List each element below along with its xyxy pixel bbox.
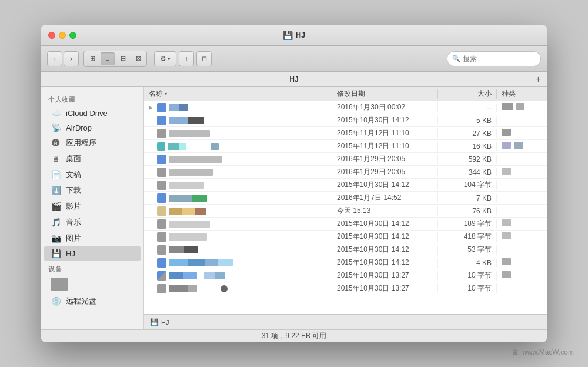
maximize-button[interactable] xyxy=(69,32,76,39)
table-row[interactable]: ▶ 2016年1月29日 20:05 344 KB xyxy=(144,166,547,179)
list-view-button[interactable]: ≡ xyxy=(101,52,115,65)
filename-blur xyxy=(169,272,239,279)
icloud-drive-icon: ☁️ xyxy=(51,108,61,118)
breadcrumb: HJ xyxy=(289,75,298,84)
sidebar-item-label: 音乐 xyxy=(66,217,81,228)
documents-icon: 📄 xyxy=(51,170,61,179)
pathbar-label: HJ xyxy=(161,319,169,326)
movies-icon: 🎬 xyxy=(51,202,61,211)
table-row[interactable]: ▶ 2015年10月30日 14:12 53 字节 xyxy=(144,243,547,256)
breadcrumb-bar: HJ + xyxy=(41,72,547,87)
file-icon xyxy=(157,181,166,190)
search-input[interactable] xyxy=(463,55,536,63)
column-view-button[interactable]: ⊟ xyxy=(116,52,130,65)
table-row[interactable]: ▶ 2015年10月30日 13:27 10 字节 xyxy=(144,282,547,295)
titlebar: 💾 HJ xyxy=(41,25,547,46)
file-icon xyxy=(157,129,166,138)
sidebar-item-pictures[interactable]: 📷 图片 xyxy=(44,231,141,246)
date-column-header[interactable]: 修改日期 xyxy=(332,89,438,99)
chevron-down-icon: ▾ xyxy=(168,56,171,62)
table-row[interactable]: ▶ 今天 15:13 76 KB xyxy=(144,205,547,218)
filename-blur xyxy=(169,195,228,202)
add-folder-button[interactable]: + xyxy=(536,75,541,84)
forward-button[interactable]: › xyxy=(64,51,79,66)
filename-blur xyxy=(169,104,204,111)
table-row[interactable]: ▶ 2015年11月12日 11:10 16 KB xyxy=(144,140,547,153)
pictures-icon: 📷 xyxy=(51,233,61,243)
watermark-icon: 🖥 xyxy=(511,348,518,356)
sidebar-item-apps[interactable]: 🅐 应用程序 xyxy=(44,135,141,151)
filename-blur xyxy=(168,143,206,150)
back-button[interactable]: ‹ xyxy=(47,51,62,66)
file-icon xyxy=(157,258,166,268)
sidebar-item-label: 影片 xyxy=(66,201,81,212)
file-area: 名称 ▾ 修改日期 大小 种类 ▶ xyxy=(144,87,547,329)
favorites-section-label: 个人收藏 xyxy=(41,92,143,105)
filename-blur xyxy=(169,259,233,266)
share-icon: ↑ xyxy=(185,55,188,63)
filename-blur xyxy=(169,156,222,163)
filename-blur2 xyxy=(211,143,219,150)
file-icon xyxy=(157,284,166,293)
table-row[interactable]: ▶ 2015年10月30日 14:12 418 字节 xyxy=(144,231,547,243)
window-title: 💾 HJ xyxy=(283,31,306,40)
pathbar-item[interactable]: 💾 HJ xyxy=(150,318,169,326)
apps-icon: 🅐 xyxy=(51,138,61,148)
filename-blur xyxy=(169,169,213,176)
file-icon xyxy=(157,206,166,216)
table-row[interactable]: ▶ 2016年1月29日 20:05 592 KB xyxy=(144,153,547,166)
sidebar-item-documents[interactable]: 📄 文稿 xyxy=(44,167,141,182)
sidebar-item-icloud-drive[interactable]: ☁️ iCloud Drive xyxy=(44,106,141,120)
filename-dot xyxy=(220,285,228,292)
kind-column-header[interactable]: 种类 xyxy=(497,89,547,99)
table-row[interactable]: ▶ 2016年1月30日 00:02 -- xyxy=(144,101,547,114)
table-row[interactable]: ▶ 2015年10月30日 13:27 10 字节 xyxy=(144,269,547,282)
path-button[interactable]: ⊓ xyxy=(196,51,212,66)
file-icon xyxy=(157,232,166,242)
share-button[interactable]: ↑ xyxy=(179,51,194,66)
sidebar-item-desktop[interactable]: 🖥 桌面 xyxy=(44,151,141,166)
file-icon xyxy=(157,193,166,203)
table-row[interactable]: ▶ 2016年1月7日 14:52 7 KB xyxy=(144,192,547,205)
sidebar-item-laptop[interactable] xyxy=(44,275,141,293)
sidebar-item-label: 桌面 xyxy=(66,154,81,164)
filename-blur xyxy=(169,117,216,124)
table-row[interactable]: ▶ 2015年10月30日 14:12 189 字节 xyxy=(144,218,547,231)
status-label: 31 项，9.22 EB 可用 xyxy=(262,331,327,341)
table-row[interactable]: ▶ 2015年10月30日 14:12 5 KB xyxy=(144,114,547,127)
sidebar-item-downloads[interactable]: ⬇️ 下载 xyxy=(44,183,141,198)
file-icon xyxy=(157,142,165,151)
close-button[interactable] xyxy=(48,32,55,39)
statusbar: 31 项，9.22 EB 可用 xyxy=(41,329,547,342)
filename-blur xyxy=(169,182,204,189)
finder-window: 💾 HJ ‹ › ⊞ ≡ ⊟ ⊠ ⚙ ▾ ↑ xyxy=(41,25,547,342)
laptop-thumbnail xyxy=(51,278,68,291)
sidebar-item-label: 远程光盘 xyxy=(66,296,96,306)
sidebar-item-movies[interactable]: 🎬 影片 xyxy=(44,199,141,214)
name-column-header[interactable]: 名称 ▾ xyxy=(144,89,332,99)
action-menu-button[interactable]: ⚙ ▾ xyxy=(154,51,176,66)
table-row[interactable]: ▶ 2015年11月12日 11:10 27 KB xyxy=(144,127,547,140)
sidebar-item-label: HJ xyxy=(66,249,75,258)
sidebar-item-remote-disk[interactable]: 💿 远程光盘 xyxy=(44,293,141,309)
file-icon xyxy=(157,219,166,229)
icon-view-button[interactable]: ⊞ xyxy=(85,52,99,65)
sidebar-item-airdrop[interactable]: 📡 AirDrop xyxy=(44,121,141,135)
downloads-icon: ⬇️ xyxy=(51,186,61,195)
action-buttons: ⚙ ▾ ↑ ⊓ xyxy=(154,51,212,66)
sidebar-item-label: iCloud Drive xyxy=(66,109,108,118)
filename-blur xyxy=(169,233,207,241)
table-row[interactable]: ▶ 2015年10月30日 14:12 4 KB xyxy=(144,256,547,269)
cover-flow-button[interactable]: ⊠ xyxy=(131,52,145,65)
size-column-header[interactable]: 大小 xyxy=(438,89,497,99)
sidebar-item-hj[interactable]: 💾 HJ xyxy=(44,246,141,261)
file-list: ▶ 2016年1月30日 00:02 -- ▶ xyxy=(144,101,547,314)
file-icon xyxy=(157,116,166,125)
table-row[interactable]: ▶ 2015年10月30日 14:12 104 字节 xyxy=(144,179,547,192)
gear-icon: ⚙ xyxy=(160,55,166,63)
filename-blur xyxy=(169,285,216,292)
pathbar: 💾 HJ xyxy=(144,314,547,329)
minimize-button[interactable] xyxy=(59,32,66,39)
sidebar-item-music[interactable]: 🎵 音乐 xyxy=(44,215,141,230)
file-icon xyxy=(157,168,166,177)
